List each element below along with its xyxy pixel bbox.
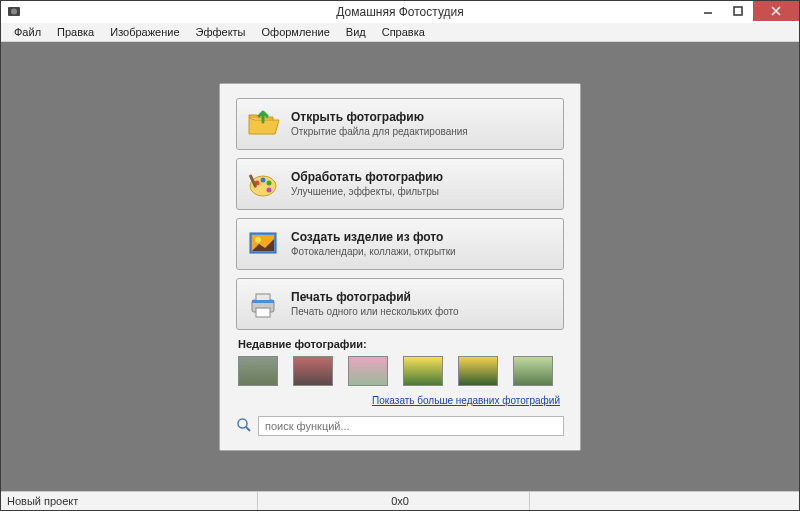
recent-photos-label: Недавние фотографии: (238, 338, 564, 350)
search-input[interactable] (258, 416, 564, 436)
print-photos-button[interactable]: Печать фотографий Печать одного или неск… (236, 278, 564, 330)
svg-rect-18 (252, 300, 274, 303)
process-photo-button[interactable]: Обработать фотографию Улучшение, эффекты… (236, 158, 564, 210)
minimize-button[interactable] (693, 1, 723, 21)
recent-thumb[interactable] (458, 356, 498, 386)
recent-thumb[interactable] (513, 356, 553, 386)
recent-thumb[interactable] (403, 356, 443, 386)
svg-point-14 (255, 237, 261, 243)
svg-rect-17 (256, 308, 270, 317)
menu-help[interactable]: Справка (375, 24, 432, 40)
status-project: Новый проект (1, 495, 78, 507)
canvas-area: Открыть фотографию Открытие файла для ре… (1, 42, 799, 491)
process-title: Обработать фотографию (291, 170, 443, 184)
recent-thumb[interactable] (238, 356, 278, 386)
svg-point-19 (238, 419, 247, 428)
menu-view[interactable]: Вид (339, 24, 373, 40)
titlebar: Домашняя Фотостудия (1, 1, 799, 23)
status-dimensions: 0x0 (391, 495, 409, 507)
create-title: Создать изделие из фото (291, 230, 456, 244)
print-sub: Печать одного или нескольких фото (291, 306, 459, 317)
svg-point-8 (261, 177, 266, 182)
svg-point-9 (267, 180, 272, 185)
recent-thumb[interactable] (348, 356, 388, 386)
menubar: Файл Правка Изображение Эффекты Оформлен… (1, 23, 799, 42)
recent-thumb[interactable] (293, 356, 333, 386)
photo-frame-icon (245, 226, 281, 262)
open-photo-button[interactable]: Открыть фотографию Открытие файла для ре… (236, 98, 564, 150)
window-title: Домашняя Фотостудия (1, 5, 799, 19)
menu-edit[interactable]: Правка (50, 24, 101, 40)
svg-rect-3 (734, 7, 742, 15)
recent-photos-row (236, 356, 564, 386)
open-sub: Открытие файла для редактирования (291, 126, 468, 137)
menu-image[interactable]: Изображение (103, 24, 186, 40)
create-sub: Фотокалендари, коллажи, открытки (291, 246, 456, 257)
search-icon (236, 417, 252, 435)
start-panel: Открыть фотографию Открытие файла для ре… (219, 83, 581, 451)
show-more-recent-link[interactable]: Показать больше недавних фотографий (372, 395, 560, 406)
open-title: Открыть фотографию (291, 110, 468, 124)
maximize-button[interactable] (723, 1, 753, 21)
close-button[interactable] (753, 1, 799, 21)
svg-line-20 (246, 427, 250, 431)
create-product-button[interactable]: Создать изделие из фото Фотокалендари, к… (236, 218, 564, 270)
printer-icon (245, 286, 281, 322)
menu-effects[interactable]: Эффекты (189, 24, 253, 40)
statusbar: Новый проект 0x0 (1, 491, 799, 510)
open-folder-icon (245, 106, 281, 142)
process-sub: Улучшение, эффекты, фильтры (291, 186, 443, 197)
palette-icon (245, 166, 281, 202)
print-title: Печать фотографий (291, 290, 459, 304)
menu-file[interactable]: Файл (7, 24, 48, 40)
svg-point-10 (267, 187, 272, 192)
menu-design[interactable]: Оформление (255, 24, 337, 40)
